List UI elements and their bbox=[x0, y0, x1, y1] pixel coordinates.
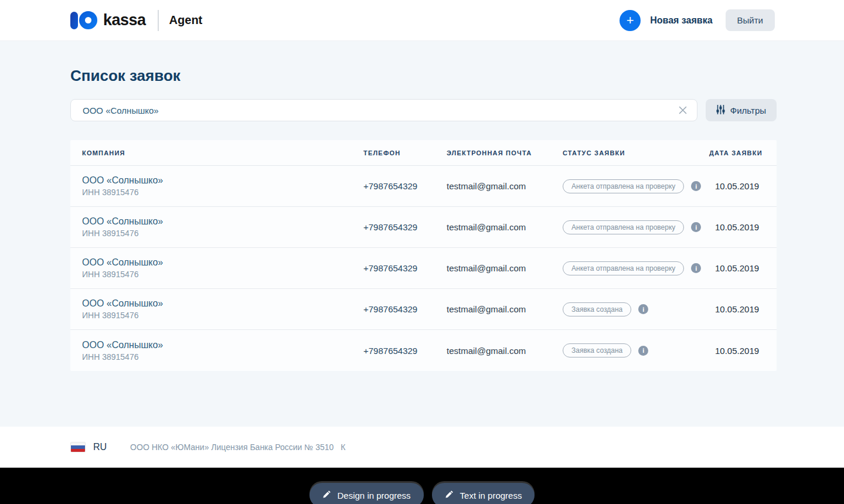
date-cell: 10.05.2019 bbox=[709, 263, 777, 273]
table-row[interactable]: ООО «Солнышко» ИНН 38915476 +7987654329 … bbox=[70, 289, 777, 330]
top-bar: kassa Agent + Новая заявка Выйти bbox=[0, 0, 844, 41]
company-inn: ИНН 38915476 bbox=[82, 352, 363, 362]
company-inn: ИНН 38915476 bbox=[82, 270, 363, 279]
footer: RU ООО НКО «ЮМани» Лицензия Банка России… bbox=[0, 427, 844, 468]
main-content: Список заявок Фильтры КОМПАНИЯ ТЕЛЕФОН Э… bbox=[0, 41, 844, 427]
logout-button[interactable]: Выйти bbox=[726, 9, 775, 31]
phone-cell: +7987654329 bbox=[363, 222, 447, 232]
status-badge: Анкета отправлена на проверку bbox=[563, 261, 684, 275]
table-body: ООО «Солнышко» ИНН 38915476 +7987654329 … bbox=[70, 166, 777, 371]
status-badge: Заявка создана bbox=[563, 343, 631, 357]
russia-flag-icon bbox=[70, 442, 86, 452]
applications-table: КОМПАНИЯ ТЕЛЕФОН ЭЛЕКТРОННАЯ ПОЧТА СТАТУ… bbox=[70, 140, 777, 371]
bottom-overlay-bar: Design in progress Text in progress bbox=[0, 468, 844, 504]
company-inn: ИНН 38915476 bbox=[82, 229, 363, 238]
plus-icon[interactable]: + bbox=[620, 10, 641, 31]
date-cell: 10.05.2019 bbox=[709, 304, 777, 314]
email-cell: testmail@gmail.com bbox=[447, 304, 563, 314]
phone-cell: +7987654329 bbox=[363, 181, 447, 191]
info-icon[interactable]: i bbox=[638, 304, 648, 314]
legal-text-suffix: К bbox=[341, 442, 345, 452]
column-header-email: ЭЛЕКТРОННАЯ ПОЧТА bbox=[447, 149, 563, 156]
phone-cell: +7987654329 bbox=[363, 263, 447, 273]
brand-product-label: Agent bbox=[169, 13, 203, 27]
status-badge: Анкета отправлена на проверку bbox=[563, 179, 684, 193]
status-badge: Анкета отправлена на проверку bbox=[563, 220, 684, 234]
table-header-row: КОМПАНИЯ ТЕЛЕФОН ЭЛЕКТРОННАЯ ПОЧТА СТАТУ… bbox=[70, 140, 777, 166]
info-icon[interactable]: i bbox=[691, 263, 701, 273]
status-cell: Анкета отправлена на проверку i bbox=[563, 261, 709, 275]
column-header-company: КОМПАНИЯ bbox=[82, 149, 363, 156]
info-icon[interactable]: i bbox=[691, 181, 701, 191]
filters-button[interactable]: Фильтры bbox=[706, 99, 777, 121]
sliders-icon bbox=[716, 105, 725, 116]
status-cell: Анкета отправлена на проверку i bbox=[563, 179, 709, 193]
brand-kassa-label: kassa bbox=[103, 11, 146, 29]
column-header-phone: ТЕЛЕФОН bbox=[363, 149, 447, 156]
column-header-date: ДАТА ЗАЯВКИ bbox=[709, 149, 777, 156]
status-cell: Заявка создана i bbox=[563, 302, 709, 316]
company-cell: ООО «Солнышко» ИНН 38915476 bbox=[82, 340, 363, 362]
date-cell: 10.05.2019 bbox=[709, 346, 777, 356]
table-row[interactable]: ООО «Солнышко» ИНН 38915476 +7987654329 … bbox=[70, 248, 777, 289]
page-title: Список заявок bbox=[70, 66, 777, 85]
company-name: ООО «Солнышко» bbox=[82, 298, 363, 309]
info-icon[interactable]: i bbox=[691, 222, 701, 232]
table-row[interactable]: ООО «Солнышко» ИНН 38915476 +7987654329 … bbox=[70, 330, 777, 371]
table-row[interactable]: ООО «Солнышко» ИНН 38915476 +7987654329 … bbox=[70, 166, 777, 207]
language-label[interactable]: RU bbox=[93, 442, 107, 452]
email-cell: testmail@gmail.com bbox=[447, 222, 563, 232]
company-name: ООО «Солнышко» bbox=[82, 175, 363, 186]
company-name: ООО «Солнышко» bbox=[82, 340, 363, 350]
phone-cell: +7987654329 bbox=[363, 304, 447, 314]
legal-text: ООО НКО «ЮМани» Лицензия Банка России № … bbox=[130, 442, 333, 452]
company-inn: ИНН 38915476 bbox=[82, 188, 363, 197]
column-header-status: СТАТУС ЗАЯВКИ bbox=[563, 149, 709, 156]
filters-label: Фильтры bbox=[730, 105, 766, 115]
phone-cell: +7987654329 bbox=[363, 346, 447, 356]
progress-tags: Design in progress Text in progress bbox=[0, 483, 844, 504]
date-cell: 10.05.2019 bbox=[709, 222, 777, 232]
date-cell: 10.05.2019 bbox=[709, 181, 777, 191]
email-cell: testmail@gmail.com bbox=[447, 346, 563, 356]
tag-label: Design in progress bbox=[338, 491, 411, 500]
company-cell: ООО «Солнышко» ИНН 38915476 bbox=[82, 257, 363, 279]
search-input[interactable] bbox=[70, 99, 697, 121]
clear-search-icon[interactable] bbox=[676, 104, 689, 117]
brand-divider bbox=[158, 10, 159, 31]
new-request-label[interactable]: Новая заявка bbox=[650, 15, 712, 26]
status-badge: Заявка создана bbox=[563, 302, 631, 316]
pencil-icon bbox=[445, 490, 454, 500]
email-cell: testmail@gmail.com bbox=[447, 181, 563, 191]
email-cell: testmail@gmail.com bbox=[447, 263, 563, 273]
yookassa-logo-icon bbox=[70, 11, 97, 29]
status-cell: Анкета отправлена на проверку i bbox=[563, 220, 709, 234]
status-cell: Заявка создана i bbox=[563, 343, 709, 357]
text-in-progress-tag[interactable]: Text in progress bbox=[432, 483, 535, 504]
design-in-progress-tag[interactable]: Design in progress bbox=[309, 483, 424, 504]
company-inn: ИНН 38915476 bbox=[82, 311, 363, 320]
search-box bbox=[70, 99, 697, 121]
company-cell: ООО «Солнышко» ИНН 38915476 bbox=[82, 175, 363, 197]
company-cell: ООО «Солнышко» ИНН 38915476 bbox=[82, 216, 363, 238]
new-request-button[interactable]: + Новая заявка bbox=[620, 10, 712, 31]
brand-logo: kassa Agent bbox=[70, 10, 202, 31]
tag-label: Text in progress bbox=[460, 491, 522, 500]
table-row[interactable]: ООО «Солнышко» ИНН 38915476 +7987654329 … bbox=[70, 207, 777, 248]
company-cell: ООО «Солнышко» ИНН 38915476 bbox=[82, 298, 363, 320]
language-switcher[interactable]: RU bbox=[70, 442, 107, 452]
pencil-icon bbox=[322, 490, 331, 500]
info-icon[interactable]: i bbox=[638, 346, 648, 356]
company-name: ООО «Солнышко» bbox=[82, 257, 363, 268]
company-name: ООО «Солнышко» bbox=[82, 216, 363, 227]
